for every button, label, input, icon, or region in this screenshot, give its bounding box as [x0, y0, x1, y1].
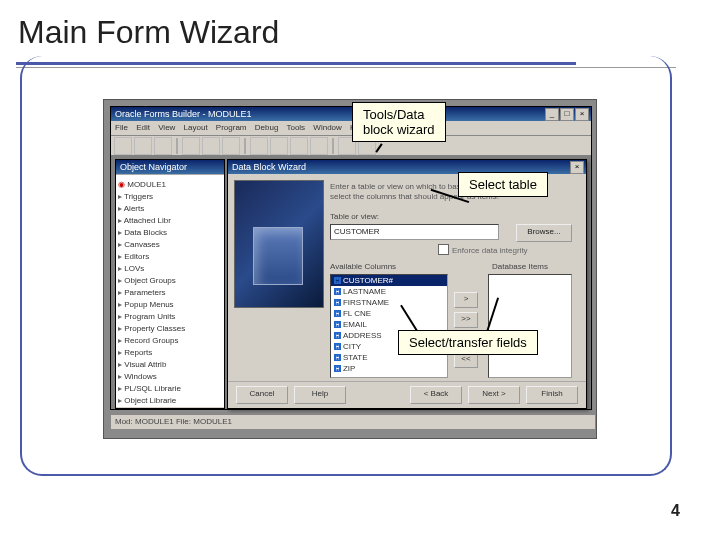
- toolbar-button[interactable]: [134, 137, 152, 155]
- database-items-list[interactable]: [488, 274, 572, 378]
- help-button[interactable]: Help: [294, 386, 346, 404]
- nav-item[interactable]: Popup Menus: [118, 299, 222, 311]
- finish-button[interactable]: Finish: [526, 386, 578, 404]
- nav-item[interactable]: Object Groups: [118, 275, 222, 287]
- nav-item[interactable]: Parameters: [118, 287, 222, 299]
- wizard-graphic-panel: [234, 180, 324, 308]
- title-rule-thick: [16, 62, 576, 65]
- nav-item[interactable]: LOVs: [118, 263, 222, 275]
- available-columns-list[interactable]: CUSTOMER# LASTNAME FIRSTNAME FL CNE EMAI…: [330, 274, 448, 378]
- nav-item[interactable]: Program Units: [118, 311, 222, 323]
- app-toolbar: [111, 136, 591, 157]
- toolbar-button[interactable]: [270, 137, 288, 155]
- callout-select-transfer-fields: Select/transfer fields: [398, 330, 538, 355]
- object-navigator-window: Object Navigator MODULE1 Triggers Alerts…: [115, 159, 225, 409]
- wizard-title: Data Block Wizard: [232, 162, 306, 172]
- move-right-button[interactable]: >: [454, 292, 478, 308]
- column-item[interactable]: EMAIL: [331, 319, 447, 330]
- wizard-footer: Cancel Help < Back Next > Finish: [228, 381, 586, 408]
- next-button[interactable]: Next >: [468, 386, 520, 404]
- close-button[interactable]: ×: [575, 108, 589, 121]
- nav-item[interactable]: Reports: [118, 347, 222, 359]
- toolbar-button[interactable]: [222, 137, 240, 155]
- browse-button[interactable]: Browse...: [516, 224, 572, 242]
- nav-item[interactable]: Windows: [118, 371, 222, 383]
- screenshot-area: Oracle Forms Builder - MODULE1 _ □ × Fil…: [104, 100, 596, 438]
- menu-window[interactable]: Window: [313, 123, 341, 132]
- nav-item[interactable]: Editors: [118, 251, 222, 263]
- toolbar-button[interactable]: [182, 137, 200, 155]
- toolbar-sep: [176, 138, 178, 154]
- forms-builder-window: Oracle Forms Builder - MODULE1 _ □ × Fil…: [110, 106, 592, 410]
- nav-item[interactable]: PL/SQL Librarie: [118, 383, 222, 395]
- back-button[interactable]: < Back: [410, 386, 462, 404]
- toolbar-button[interactable]: [250, 137, 268, 155]
- app-title: Oracle Forms Builder - MODULE1: [115, 109, 252, 119]
- column-item[interactable]: FIRSTNAME: [331, 297, 447, 308]
- nav-item[interactable]: Visual Attrib: [118, 359, 222, 371]
- toolbar-sep: [332, 138, 334, 154]
- menu-debug[interactable]: Debug: [255, 123, 279, 132]
- page-title: Main Form Wizard: [18, 14, 279, 51]
- page-number: 4: [671, 502, 680, 520]
- app-titlebar: Oracle Forms Builder - MODULE1 _ □ ×: [111, 107, 591, 121]
- toolbar-button[interactable]: [310, 137, 328, 155]
- nav-item[interactable]: Canvases: [118, 239, 222, 251]
- nav-root[interactable]: MODULE1: [118, 179, 222, 191]
- minimize-button[interactable]: _: [545, 108, 559, 121]
- database-items-label: Database Items: [492, 262, 548, 271]
- menu-program[interactable]: Program: [216, 123, 247, 132]
- table-or-view-label: Table or view:: [330, 212, 379, 221]
- toolbar-button[interactable]: [154, 137, 172, 155]
- navigator-title: Object Navigator: [120, 162, 187, 172]
- callout-tools-data-block-wizard: Tools/Data block wizard: [352, 102, 446, 142]
- nav-item[interactable]: Record Groups: [118, 335, 222, 347]
- callout-select-table: Select table: [458, 172, 548, 197]
- app-menubar: File Edit View Layout Program Debug Tool…: [111, 121, 591, 136]
- menu-edit[interactable]: Edit: [136, 123, 150, 132]
- enforce-integrity-checkbox[interactable]: Enforce data integrity: [438, 244, 568, 256]
- toolbar-button[interactable]: [114, 137, 132, 155]
- column-item[interactable]: FL CNE: [331, 308, 447, 319]
- nav-item[interactable]: Object Librarie: [118, 395, 222, 407]
- column-item[interactable]: CUSTOMER#: [331, 275, 447, 286]
- nav-item[interactable]: Attached Libr: [118, 215, 222, 227]
- nav-item[interactable]: Triggers: [118, 191, 222, 203]
- navigator-titlebar: Object Navigator: [116, 160, 224, 174]
- toolbar-button[interactable]: [290, 137, 308, 155]
- move-all-right-button[interactable]: >>: [454, 312, 478, 328]
- status-bar: Mod: MODULE1 File: MODULE1: [110, 414, 596, 430]
- nav-item[interactable]: Property Classes: [118, 323, 222, 335]
- title-rule-thin: [16, 67, 676, 68]
- toolbar-button[interactable]: [202, 137, 220, 155]
- column-item[interactable]: LASTNAME: [331, 286, 447, 297]
- navigator-tree[interactable]: MODULE1 Triggers Alerts Attached Libr Da…: [116, 174, 224, 407]
- maximize-button[interactable]: □: [560, 108, 574, 121]
- table-or-view-input[interactable]: CUSTOMER: [330, 224, 499, 240]
- available-columns-label: Available Columns: [330, 262, 396, 271]
- menu-file[interactable]: File: [115, 123, 128, 132]
- menu-layout[interactable]: Layout: [184, 123, 208, 132]
- toolbar-sep: [244, 138, 246, 154]
- nav-item[interactable]: Alerts: [118, 203, 222, 215]
- menu-tools[interactable]: Tools: [286, 123, 305, 132]
- nav-item[interactable]: Data Blocks: [118, 227, 222, 239]
- column-item[interactable]: ZIP: [331, 363, 447, 374]
- cancel-button[interactable]: Cancel: [236, 386, 288, 404]
- menu-view[interactable]: View: [158, 123, 175, 132]
- wizard-close-button[interactable]: ×: [570, 161, 584, 174]
- wizard-graphic-icon: [253, 227, 303, 285]
